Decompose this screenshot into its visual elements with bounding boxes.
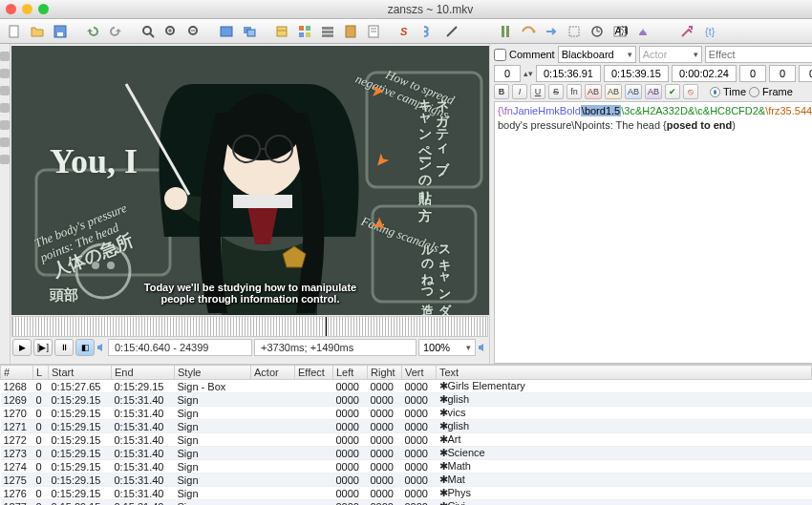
commit-button[interactable]: ✔ <box>665 84 680 99</box>
layer-stepper-icon[interactable]: ▴▾ <box>524 69 533 78</box>
redo-button[interactable] <box>105 22 126 41</box>
play-line-button[interactable]: [▶] <box>33 339 53 356</box>
video-detach-button[interactable] <box>239 22 260 41</box>
pause-button[interactable]: ⏸ <box>54 339 74 356</box>
table-row[interactable]: 127400:15:29.150:15:31.40Sign00000000000… <box>1 460 812 473</box>
italic-button[interactable]: I <box>512 84 527 99</box>
table-row[interactable]: 127100:15:29.150:15:31.40Sign00000000000… <box>1 420 812 433</box>
table-row[interactable]: 127200:15:29.150:15:31.40Sign00000000000… <box>1 433 812 447</box>
tool-d-button[interactable] <box>564 22 585 41</box>
subtitle-grid[interactable]: # L Start End Style Actor Effect Left Ri… <box>0 364 812 505</box>
scale-tool-icon[interactable] <box>0 120 10 130</box>
audio-cursor[interactable] <box>326 317 327 336</box>
styling-assistant-button[interactable] <box>632 22 653 41</box>
margin-vert-field[interactable] <box>799 65 812 82</box>
close-window-button[interactable] <box>6 4 16 14</box>
open-file-button[interactable] <box>27 22 48 41</box>
assdraw-button[interactable] <box>441 22 462 41</box>
shadow-color-button[interactable]: AB <box>645 84 662 99</box>
table-row[interactable]: 127300:15:29.150:15:31.40Sign00000000000… <box>1 447 812 460</box>
margin-right-field[interactable] <box>769 65 796 82</box>
attachments-button[interactable] <box>317 22 338 41</box>
spellcheck-button[interactable] <box>418 22 439 41</box>
table-row[interactable]: 126900:15:29.150:15:31.40Sign00000000000… <box>1 393 812 407</box>
video-preview[interactable]: You, I The body's pressure points: The h… <box>11 46 489 315</box>
actor-select[interactable]: Actor▾ <box>639 46 702 63</box>
clip-tool-icon[interactable] <box>0 137 10 147</box>
margin-left-field[interactable] <box>739 65 766 82</box>
drag-tool-icon[interactable] <box>0 69 10 78</box>
table-row[interactable]: 127500:15:29.150:15:31.40Sign00000000000… <box>1 473 812 487</box>
tool-a-button[interactable] <box>495 22 516 41</box>
video-jump-button[interactable] <box>216 22 237 41</box>
svg-rect-21 <box>322 34 333 37</box>
col-text[interactable]: Text <box>437 366 812 380</box>
zoom-window-button[interactable] <box>38 4 49 14</box>
svg-rect-12 <box>247 30 255 36</box>
styles-manager-button[interactable] <box>294 22 315 41</box>
end-time-field[interactable] <box>604 65 669 82</box>
audio-waveform[interactable] <box>11 316 488 337</box>
bold-button[interactable]: B <box>494 84 509 99</box>
undo-button[interactable] <box>82 22 103 41</box>
subs-offset-field[interactable]: +3730ms; +1490ms <box>254 339 417 356</box>
duration-field[interactable] <box>672 65 737 82</box>
shift-times-button[interactable] <box>271 22 292 41</box>
table-row[interactable]: 127600:15:29.150:15:31.40Sign00000000000… <box>1 487 812 500</box>
zoom-in-button[interactable] <box>160 22 182 41</box>
save-file-button[interactable] <box>50 22 71 41</box>
revert-button[interactable]: ⦸ <box>683 84 698 99</box>
col-layer[interactable]: L <box>33 366 49 380</box>
kanji-timer-button[interactable]: An漢 <box>609 22 630 41</box>
resample-button[interactable] <box>676 22 697 41</box>
new-file-button[interactable] <box>4 22 25 41</box>
outline-color-button[interactable]: AB <box>625 84 642 99</box>
zoom-out-button[interactable] <box>183 22 204 41</box>
col-right[interactable]: Right <box>368 366 402 380</box>
timing-postprocessor-button[interactable] <box>587 22 608 41</box>
table-row[interactable]: 127000:15:29.150:15:31.40Sign00000000000… <box>1 407 812 420</box>
col-vert[interactable]: Vert <box>402 366 437 380</box>
underline-button[interactable]: U <box>530 84 545 99</box>
col-num[interactable]: # <box>1 366 33 380</box>
video-zoom-select[interactable]: 100%▾ <box>418 339 476 356</box>
time-mode-radio[interactable] <box>710 87 720 97</box>
tool-b-button[interactable] <box>518 22 539 41</box>
start-time-field[interactable] <box>536 65 601 82</box>
font-name-button[interactable]: fn <box>566 84 582 99</box>
col-left[interactable]: Left <box>333 366 368 380</box>
comment-checkbox[interactable] <box>494 49 506 61</box>
table-row[interactable]: 127700:15:29.150:15:31.40Sign00000000000… <box>1 500 812 506</box>
play-button[interactable]: ▶ <box>12 339 32 356</box>
options-button[interactable]: {t} <box>699 22 720 41</box>
strike-button[interactable]: S <box>548 84 564 99</box>
svg-rect-17 <box>299 32 304 37</box>
frame-mode-label: Frame <box>762 86 793 97</box>
vector-clip-tool-icon[interactable] <box>0 155 10 164</box>
automation-button[interactable]: S <box>395 22 417 41</box>
crosshair-tool-icon[interactable] <box>0 52 10 61</box>
col-end[interactable]: End <box>112 366 175 380</box>
fonts-collector-button[interactable] <box>340 22 361 41</box>
primary-color-button[interactable]: AB <box>585 84 602 99</box>
find-button[interactable] <box>138 22 159 41</box>
col-effect[interactable]: Effect <box>295 366 333 380</box>
table-row[interactable]: 126800:15:27.650:15:29.15Sign - Box00000… <box>1 380 812 393</box>
subtitle-text-editor[interactable]: {\fnJanieHmkBold\bord1.5\3c&H2A332D&\c&H… <box>494 101 812 364</box>
minimize-window-button[interactable] <box>22 4 32 14</box>
tool-c-button[interactable] <box>541 22 562 41</box>
properties-button[interactable] <box>363 22 384 41</box>
rotate-xy-tool-icon[interactable] <box>0 103 10 113</box>
col-start[interactable]: Start <box>49 366 112 380</box>
svg-point-29 <box>533 30 536 32</box>
style-select[interactable]: Blackboard▾ <box>558 46 636 63</box>
autoscroll-toggle[interactable]: ◧ <box>75 339 95 356</box>
layer-field[interactable] <box>494 65 521 82</box>
frame-mode-radio[interactable] <box>749 87 759 97</box>
col-style[interactable]: Style <box>175 366 251 380</box>
effect-field[interactable] <box>705 46 812 63</box>
secondary-color-button[interactable]: AB <box>605 84 622 99</box>
video-position-field[interactable]: 0:15:40.640 - 24399 <box>108 339 252 356</box>
col-actor[interactable]: Actor <box>251 366 295 380</box>
rotate-z-tool-icon[interactable] <box>0 86 10 95</box>
